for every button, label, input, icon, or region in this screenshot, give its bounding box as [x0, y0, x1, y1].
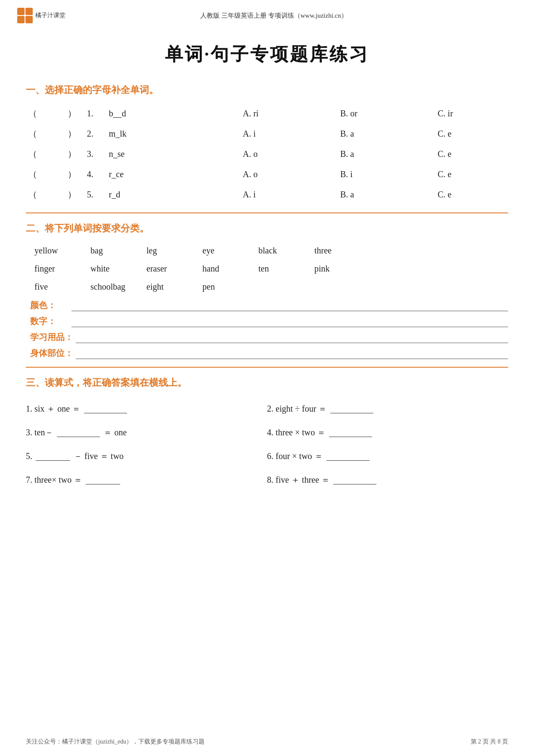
answer-blank[interactable]: [45, 103, 65, 124]
option-a: A. o: [240, 164, 314, 184]
word-item: ten: [258, 260, 314, 277]
option-c: C. e: [435, 144, 508, 164]
classify-label: 数字：: [30, 316, 69, 327]
item-num: 1.: [84, 103, 106, 124]
word-item: eraser: [146, 260, 202, 277]
logo-icon: [17, 8, 33, 23]
word-item: bag: [90, 242, 146, 259]
math-blank[interactable]: [326, 452, 369, 461]
math-item-2: 2. eight ÷ four ＝: [267, 397, 508, 421]
paren-left: （: [26, 124, 45, 144]
math-grid: 1. six ＋ one ＝2. eight ÷ four ＝3. ten－＝ …: [26, 397, 508, 492]
fill-row-4: （ ） 4. r_ce A. o B. i C. e: [26, 164, 508, 184]
math-expr: 2. eight ÷ four ＝: [267, 403, 327, 415]
math-blank[interactable]: [333, 476, 376, 484]
math-item-3: 3. ten－＝ one: [26, 421, 267, 444]
word-item: three: [314, 242, 370, 259]
footer: 关注公众号：橘子汁课堂（juzizhi_edu），下载更多专项题库练习题 第 2…: [0, 738, 534, 746]
word-row2: fingerwhiteeraserhandtenpink: [34, 260, 508, 277]
divider1: [26, 212, 508, 213]
math-prefix: 5.: [26, 451, 32, 461]
section3-title: 三、读算式，将正确答案填在横线上。: [26, 376, 508, 389]
option-c: C. e: [435, 164, 508, 184]
answer-blank[interactable]: [45, 144, 65, 164]
fill-row-5: （ ） 5. r_d A. i B. a C. e: [26, 184, 508, 205]
word-item: leg: [146, 242, 202, 259]
math-expr: 6. four × two ＝: [267, 450, 323, 462]
fill-word-table: （ ） 1. b__d A. ri B. or C. ir （ ） 2. m_l…: [26, 103, 508, 205]
word-item: pink: [314, 260, 370, 277]
item-word: b__d: [106, 103, 204, 124]
math-blank[interactable]: [86, 476, 120, 484]
math-suffix: ＝ one: [103, 427, 127, 438]
math-blank[interactable]: [36, 452, 70, 461]
answer-blank[interactable]: [45, 184, 65, 205]
word-item: white: [90, 260, 146, 277]
classify-line: [76, 334, 508, 343]
option-c: C. e: [435, 124, 508, 144]
option-c: C. ir: [435, 103, 508, 124]
word-item: finger: [34, 260, 90, 277]
item-num: 3.: [84, 144, 106, 164]
item-word: r_ce: [106, 164, 204, 184]
word-item: schoolbag: [90, 278, 146, 295]
header-subtitle: 人教版 三年级英语上册 专项训练（www.juzizhi.cn）: [31, 12, 517, 20]
footer-left: 关注公众号：橘子汁课堂（juzizhi_edu），下载更多专项题库练习题: [26, 738, 205, 746]
classify-label: 学习用品：: [30, 331, 73, 343]
answer-blank[interactable]: [45, 164, 65, 184]
section3: 三、读算式，将正确答案填在横线上。 1. six ＋ one ＝2. eight…: [0, 376, 534, 492]
classify-row-3: 身体部位：: [30, 347, 508, 359]
fill-row-1: （ ） 1. b__d A. ri B. or C. ir: [26, 103, 508, 124]
paren-left: （: [26, 144, 45, 164]
answer-blank[interactable]: [45, 124, 65, 144]
paren-right: ）: [65, 164, 84, 184]
paren-right: ）: [65, 103, 84, 124]
main-title: 单词·句子专项题库练习: [0, 42, 534, 66]
option-a: A. i: [240, 184, 314, 205]
option-b: B. a: [338, 144, 411, 164]
math-expr: 8. five ＋ three ＝: [267, 474, 330, 486]
word-row3: fiveschoolbageightpen: [34, 278, 508, 295]
footer-right: 第 2 页 共 8 页: [471, 738, 509, 746]
item-word: r_d: [106, 184, 204, 205]
math-blank[interactable]: [57, 428, 100, 437]
section1: 一、选择正确的字母补全单词。 （ ） 1. b__d A. ri B. or C…: [0, 84, 534, 205]
classify-line: [71, 318, 508, 327]
classify-line: [71, 302, 508, 311]
paren-left: （: [26, 103, 45, 124]
math-expr: 3. ten－: [26, 427, 53, 438]
option-b: B. i: [338, 164, 411, 184]
word-bank: yellowbaglegeyeblackthree fingerwhiteera…: [26, 242, 508, 295]
math-blank[interactable]: [329, 428, 372, 437]
option-a: A. o: [240, 144, 314, 164]
option-a: A. i: [240, 124, 314, 144]
math-suffix: － five ＝ two: [74, 450, 124, 462]
paren-right: ）: [65, 124, 84, 144]
word-item: five: [34, 278, 90, 295]
classify-line: [76, 350, 508, 359]
fill-row-3: （ ） 3. n_se A. o B. a C. e: [26, 144, 508, 164]
math-item-6: 6. four × two ＝: [267, 444, 508, 468]
word-item: eight: [146, 278, 202, 295]
classify-row-0: 颜色：: [30, 300, 508, 311]
paren-right: ）: [65, 184, 84, 205]
math-expr: 7. three× two ＝: [26, 474, 82, 486]
section2-title: 二、将下列单词按要求分类。: [26, 222, 508, 235]
math-expr: 1. six ＋ one ＝: [26, 403, 81, 415]
paren-left: （: [26, 164, 45, 184]
classify-row-1: 数字：: [30, 316, 508, 327]
word-row1: yellowbaglegeyeblackthree: [34, 242, 508, 259]
math-item-8: 8. five ＋ three ＝: [267, 468, 508, 492]
paren-left: （: [26, 184, 45, 205]
word-item: hand: [202, 260, 258, 277]
option-b: B. a: [338, 184, 411, 205]
math-blank[interactable]: [330, 405, 373, 413]
word-item: pen: [202, 278, 258, 295]
option-c: C. e: [435, 184, 508, 205]
math-expr: 4. three × two ＝: [267, 427, 326, 438]
math-item-7: 7. three× two ＝: [26, 468, 267, 492]
item-num: 2.: [84, 124, 106, 144]
word-item: eye: [202, 242, 258, 259]
word-item: yellow: [34, 242, 90, 259]
math-blank[interactable]: [84, 405, 127, 413]
